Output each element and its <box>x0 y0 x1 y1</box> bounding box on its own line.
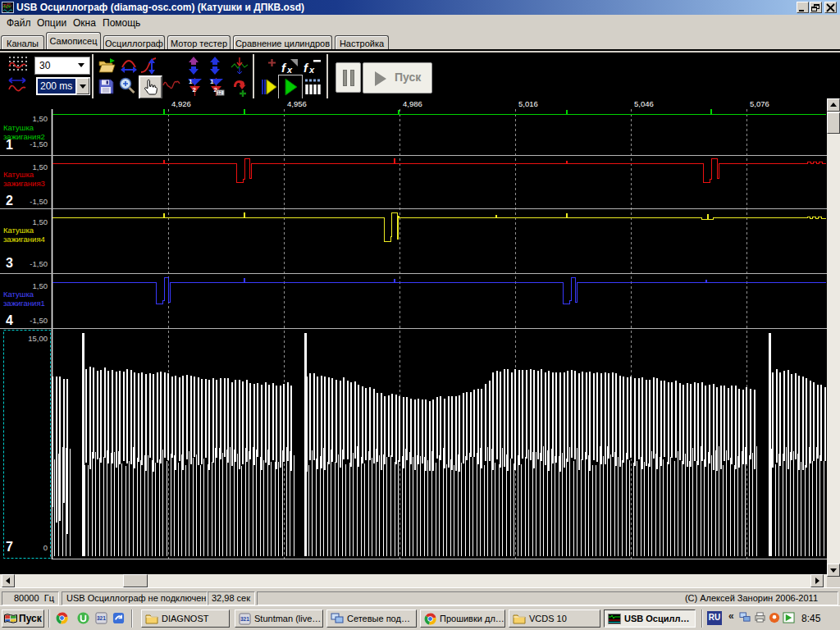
svg-text:1: 1 <box>6 138 13 152</box>
svg-text:Катушка: Катушка <box>3 170 34 179</box>
svg-text:1,50: 1,50 <box>33 217 48 226</box>
svg-text:f: f <box>281 61 287 75</box>
svg-text:4,926: 4,926 <box>171 99 191 108</box>
svg-text:-1,50: -1,50 <box>30 197 48 206</box>
svg-text:2: 2 <box>193 86 197 94</box>
svg-text:1,50: 1,50 <box>33 162 48 171</box>
svg-text:Катушка: Катушка <box>3 123 34 132</box>
svg-text:x: x <box>308 65 315 75</box>
svg-text:зажигания4: зажигания4 <box>3 235 45 244</box>
svg-text:1: 1 <box>210 78 214 85</box>
svg-text:2: 2 <box>6 194 13 208</box>
svg-text:4,986: 4,986 <box>403 99 422 108</box>
svg-text:зажигания1: зажигания1 <box>3 299 45 308</box>
svg-text:-1,50: -1,50 <box>30 139 48 148</box>
svg-text:321: 321 <box>97 615 106 621</box>
svg-text:4: 4 <box>6 313 13 327</box>
svg-text:0: 0 <box>43 543 48 552</box>
svg-text:7: 7 <box>6 540 13 554</box>
svg-text:3: 3 <box>6 256 13 270</box>
svg-text:Катушка: Катушка <box>3 290 34 299</box>
svg-text:зажигания3: зажигания3 <box>3 179 45 188</box>
svg-text:5,076: 5,076 <box>750 99 769 108</box>
svg-text:12: 12 <box>217 90 222 95</box>
svg-text:-1,50: -1,50 <box>30 259 48 268</box>
svg-text:15,00: 15,00 <box>28 334 48 343</box>
svg-text:5,016: 5,016 <box>518 99 538 108</box>
svg-text:x: x <box>286 65 293 75</box>
svg-text:-1,50: -1,50 <box>30 316 48 325</box>
svg-text:1: 1 <box>189 78 193 85</box>
svg-text:1,50: 1,50 <box>33 281 48 290</box>
svg-text:321: 321 <box>240 616 249 622</box>
svg-text:f: f <box>304 61 309 75</box>
svg-text:Катушка: Катушка <box>3 226 34 235</box>
svg-text:4:04: 4:04 <box>3 5 11 9</box>
svg-text:5,046: 5,046 <box>634 99 654 108</box>
svg-text:4,956: 4,956 <box>287 99 307 108</box>
svg-text:1,50: 1,50 <box>33 114 48 123</box>
